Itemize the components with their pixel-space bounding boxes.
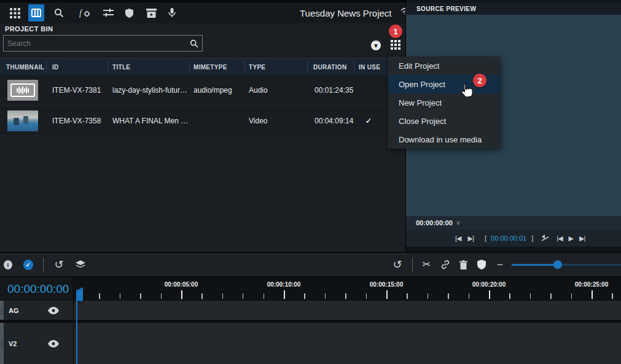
undo-icon[interactable]: ↺ bbox=[54, 259, 63, 270]
menu-item-edit-project[interactable]: Edit Project bbox=[388, 56, 500, 75]
timeline-ruler[interactable]: 00:00:05:00 00:00:10:00 00:00:15:00 00:0… bbox=[74, 277, 621, 301]
zoom-slider-fill bbox=[512, 264, 558, 266]
apps-grid-icon[interactable] bbox=[7, 6, 22, 20]
cell-title: WHAT A FINAL Men … bbox=[112, 106, 188, 136]
column-id[interactable]: ID bbox=[52, 59, 59, 76]
shield-icon[interactable] bbox=[122, 6, 136, 20]
media-archive-icon[interactable] bbox=[144, 6, 158, 20]
column-thumbnail[interactable]: THUMBNAIL bbox=[6, 59, 44, 76]
video-still-thumbnail[interactable] bbox=[7, 110, 38, 131]
hand-cursor-icon bbox=[458, 81, 475, 101]
cell-type: Video bbox=[249, 106, 267, 136]
project-context-menu: Edit Project Open Project New Project Cl… bbox=[388, 56, 500, 149]
cell-id: ITEM-VX-7381 bbox=[52, 75, 101, 106]
ruler-major-ticks bbox=[74, 290, 621, 299]
project-bin-icon[interactable] bbox=[28, 4, 44, 21]
column-mimetype[interactable]: MIMETYPE bbox=[193, 59, 227, 76]
source-preview-title: SOURCE PREVIEW bbox=[416, 6, 476, 12]
microphone-icon[interactable] bbox=[165, 6, 179, 20]
ruler-label: 00:00:15:00 bbox=[370, 281, 403, 288]
menu-item-new-project[interactable]: New Project bbox=[388, 93, 500, 112]
track-v2-header[interactable]: V2 bbox=[0, 323, 74, 364]
search-field-icon[interactable] bbox=[190, 39, 198, 48]
in-use-check-icon: ✓ bbox=[365, 106, 372, 136]
loop-icon[interactable] bbox=[541, 234, 549, 242]
zoom-slider[interactable] bbox=[512, 264, 621, 266]
info-icon[interactable]: i bbox=[4, 260, 12, 269]
track-name: V2 bbox=[9, 340, 17, 347]
cell-mimetype: audio/mpeg bbox=[193, 75, 232, 106]
source-preview-header: SOURCE PREVIEW bbox=[406, 2, 621, 15]
ruler-label: 00:00:25:00 bbox=[575, 281, 608, 288]
layers-icon[interactable] bbox=[75, 260, 86, 269]
select-check-icon[interactable]: ✓ bbox=[23, 260, 33, 270]
playhead-timecode-box: 00:00:00:00 bbox=[0, 277, 74, 301]
project-bin-title: PROJECT BIN bbox=[5, 25, 53, 33]
effects-icon[interactable]: f bbox=[77, 6, 92, 20]
transport-controls: [◀ ▶] [ 00:00:00:01 ] |◀ ▶ ▶| bbox=[406, 230, 621, 247]
history-icon[interactable]: ↺ bbox=[393, 259, 402, 270]
jump-to-out-button[interactable]: ▶] bbox=[468, 234, 474, 242]
project-actions-grid-icon[interactable] bbox=[391, 40, 400, 52]
ruler-label: 00:00:20:00 bbox=[472, 281, 506, 288]
drag-handle-icon[interactable] bbox=[0, 301, 4, 320]
visibility-eye-icon[interactable] bbox=[48, 340, 59, 347]
search-icon[interactable] bbox=[52, 6, 66, 20]
cell-title: lazy-day-stylish-futur… bbox=[112, 75, 187, 106]
delete-trash-icon[interactable] bbox=[459, 260, 467, 269]
playhead-timecode[interactable]: 00:00:00:00 bbox=[7, 282, 69, 296]
app-window: f Tuesday News Project PROJECT BIN bbox=[0, 0, 621, 364]
track-v2[interactable]: V2 bbox=[0, 323, 621, 364]
column-type[interactable]: TYPE bbox=[249, 59, 265, 76]
timeline-toolbar: i ✓ ↺ ↺ ✂ − bbox=[0, 253, 621, 276]
column-in-use[interactable]: IN USE bbox=[359, 59, 380, 76]
mark-out-button[interactable]: ] bbox=[531, 234, 533, 242]
transport-timecode[interactable]: 00:00:00:01 bbox=[491, 234, 526, 242]
settings-sliders-icon[interactable] bbox=[101, 6, 115, 20]
cell-id: ITEM-VX-7358 bbox=[52, 106, 101, 136]
search-field[interactable] bbox=[3, 35, 203, 52]
skip-to-end-button[interactable]: ▶| bbox=[579, 234, 585, 242]
ruler-label: 00:00:05:00 bbox=[165, 281, 198, 288]
cell-duration: 00:01:24:35 bbox=[314, 75, 353, 106]
shield-marker-icon[interactable] bbox=[477, 260, 486, 269]
playhead-line bbox=[76, 301, 77, 364]
annotation-badge-1: 1 bbox=[389, 25, 402, 38]
play-button[interactable]: ▶ bbox=[569, 234, 573, 242]
table-row[interactable]: ITEM-VX-7381 lazy-day-stylish-futur… aud… bbox=[0, 75, 405, 106]
zoom-slider-thumb[interactable] bbox=[553, 260, 562, 269]
annotation-badge-2: 2 bbox=[473, 74, 486, 87]
mark-in-button[interactable]: [ bbox=[485, 234, 486, 242]
source-timecode-row: 00:00:00:00 ˅ bbox=[406, 216, 621, 230]
chevron-down-icon[interactable]: ˅ bbox=[456, 220, 460, 227]
visibility-eye-icon[interactable] bbox=[48, 307, 59, 314]
ruler-label: 00:00:10:00 bbox=[267, 281, 300, 288]
cut-scissors-icon[interactable]: ✂ bbox=[423, 260, 431, 269]
project-title: Tuesday News Project bbox=[300, 8, 392, 18]
cell-type: Audio bbox=[249, 75, 268, 106]
track-name: AG bbox=[9, 307, 19, 314]
source-timecode[interactable]: 00:00:00:00 bbox=[416, 219, 453, 227]
svg-text:f: f bbox=[79, 9, 83, 18]
download-icon[interactable]: ▼ bbox=[371, 41, 381, 50]
track-ag-header[interactable]: AG bbox=[0, 301, 74, 320]
zoom-out-minus-icon[interactable]: − bbox=[497, 260, 503, 270]
cell-duration: 00:04:09:14 bbox=[314, 106, 353, 136]
menu-item-close-project[interactable]: Close Project bbox=[388, 112, 500, 130]
track-ag[interactable]: AG bbox=[0, 301, 621, 320]
column-duration[interactable]: DURATION bbox=[313, 59, 346, 76]
skip-to-start-button[interactable]: |◀ bbox=[557, 234, 562, 242]
jump-to-in-button[interactable]: [◀ bbox=[455, 234, 461, 242]
top-toolbar: f Tuesday News Project bbox=[0, 2, 405, 23]
search-input[interactable] bbox=[4, 39, 190, 48]
link-icon[interactable] bbox=[440, 260, 450, 269]
table-row[interactable]: ITEM-VX-7358 WHAT A FINAL Men … Video 00… bbox=[0, 106, 405, 136]
drag-handle-icon[interactable] bbox=[0, 323, 4, 364]
bin-table-header: THUMBNAIL ID TITLE MIMETYPE TYPE DURATIO… bbox=[0, 58, 405, 75]
project-bin-panel bbox=[0, 23, 405, 252]
menu-item-download-in-use-media[interactable]: Download in use media bbox=[388, 130, 500, 149]
audio-waveform-thumbnail[interactable] bbox=[7, 80, 38, 101]
column-title[interactable]: TITLE bbox=[112, 59, 130, 76]
